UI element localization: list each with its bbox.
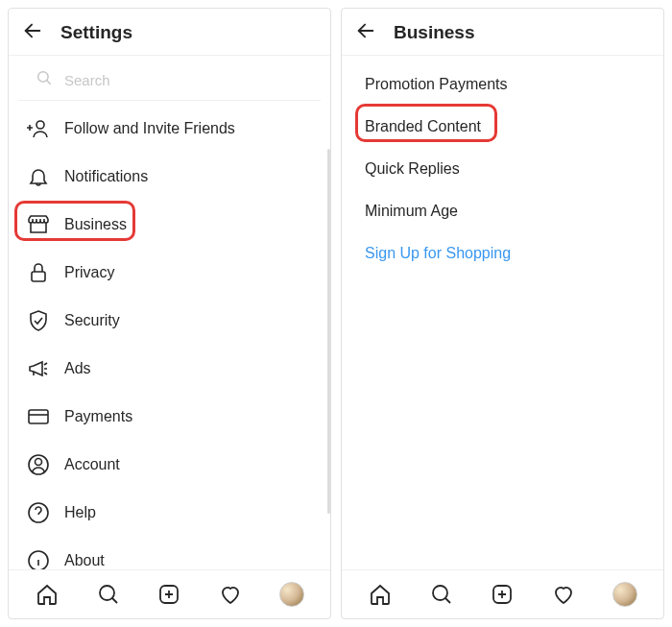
svg-point-1 (38, 72, 49, 83)
menu-item-about[interactable]: About (9, 537, 330, 569)
svg-line-17 (112, 598, 117, 603)
search-nav-icon[interactable] (96, 582, 121, 607)
menu-item-business[interactable]: Business (9, 201, 330, 249)
svg-point-22 (433, 586, 447, 600)
home-icon[interactable] (368, 582, 393, 607)
menu-label: Security (64, 312, 120, 329)
menu-label: About (64, 552, 105, 569)
svg-point-3 (36, 121, 44, 129)
settings-menu-list: Follow and Invite Friends Notifications … (9, 101, 330, 569)
menu-item-privacy[interactable]: Privacy (9, 249, 330, 297)
storefront-icon (26, 212, 51, 237)
menu-item-help[interactable]: Help (9, 489, 330, 537)
svg-point-11 (29, 503, 48, 522)
bottom-nav (9, 569, 330, 618)
menu-item-signup-shopping[interactable]: Sign Up for Shopping (342, 232, 663, 275)
back-arrow-icon[interactable] (355, 20, 376, 45)
menu-label: Help (64, 504, 96, 521)
settings-header: Settings (9, 9, 330, 56)
menu-label: Ads (64, 360, 91, 377)
business-menu-list: Promotion Payments Branded Content Quick… (342, 56, 663, 569)
business-title: Business (394, 22, 474, 43)
business-screen: Business Promotion Payments Branded Cont… (341, 8, 664, 619)
menu-item-promotion-payments[interactable]: Promotion Payments (342, 63, 663, 106)
activity-heart-icon[interactable] (218, 582, 243, 607)
home-icon[interactable] (35, 582, 60, 607)
profile-avatar[interactable] (279, 582, 304, 607)
search-icon (36, 69, 53, 90)
svg-rect-7 (29, 410, 48, 423)
svg-point-16 (100, 586, 114, 600)
account-icon (26, 452, 51, 477)
profile-avatar[interactable] (612, 582, 637, 607)
menu-item-minimum-age[interactable]: Minimum Age (342, 190, 663, 232)
back-arrow-icon[interactable] (22, 20, 43, 45)
add-post-icon[interactable] (156, 582, 181, 607)
menu-item-follow-invite[interactable]: Follow and Invite Friends (9, 105, 330, 153)
bottom-nav (342, 569, 663, 618)
menu-label: Notifications (64, 168, 148, 185)
menu-item-payments[interactable]: Payments (9, 393, 330, 441)
menu-label: Payments (64, 408, 132, 425)
search-bar[interactable] (18, 60, 321, 101)
svg-line-2 (47, 81, 51, 84)
megaphone-icon (26, 356, 51, 381)
svg-point-10 (36, 459, 42, 466)
bell-icon (26, 164, 51, 189)
activity-heart-icon[interactable] (551, 582, 576, 607)
business-header: Business (342, 9, 663, 56)
menu-item-security[interactable]: Security (9, 297, 330, 345)
help-icon (26, 500, 51, 525)
search-nav-icon[interactable] (429, 582, 454, 607)
menu-label: Business (64, 216, 127, 233)
menu-item-quick-replies[interactable]: Quick Replies (342, 148, 663, 190)
credit-card-icon (26, 404, 51, 429)
settings-screen: Settings Follow and Invite Friends Notif… (8, 8, 331, 619)
menu-item-notifications[interactable]: Notifications (9, 153, 330, 201)
info-icon (26, 548, 51, 569)
menu-label: Privacy (64, 264, 114, 281)
menu-item-ads[interactable]: Ads (9, 345, 330, 393)
settings-title: Settings (60, 22, 132, 43)
svg-line-23 (445, 598, 450, 603)
menu-item-account[interactable]: Account (9, 441, 330, 489)
menu-item-branded-content[interactable]: Branded Content (342, 106, 663, 148)
add-user-icon (26, 116, 51, 141)
svg-rect-6 (32, 272, 45, 281)
lock-icon (26, 260, 51, 285)
menu-label: Follow and Invite Friends (64, 120, 235, 137)
shield-icon (26, 308, 51, 333)
add-post-icon[interactable] (490, 582, 515, 607)
menu-label: Account (64, 456, 120, 473)
search-input[interactable] (64, 72, 303, 88)
